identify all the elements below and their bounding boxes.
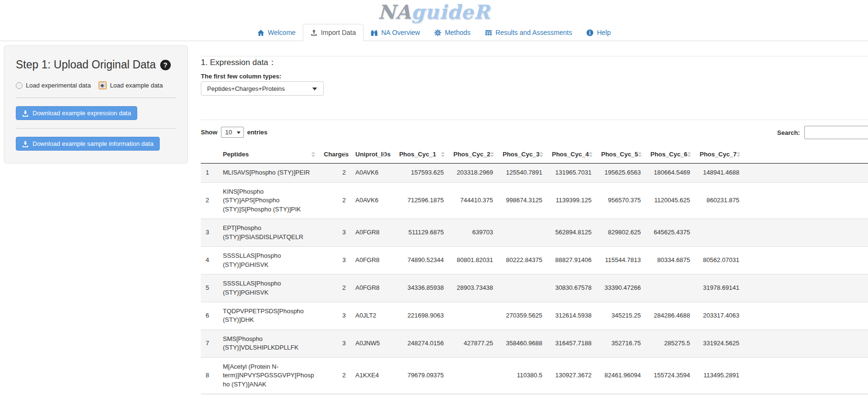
table-icon bbox=[485, 29, 492, 36]
tab-label: Welcome bbox=[268, 29, 296, 36]
sort-icon bbox=[589, 152, 593, 157]
column-header-phos-cyc-4[interactable]: Phos_Cyc_4 bbox=[547, 146, 596, 164]
gears-icon bbox=[434, 29, 441, 36]
phos-value-cell: 148941.4688 bbox=[695, 164, 744, 182]
radio-load-example[interactable]: Load example data bbox=[99, 81, 163, 89]
row-number-cell: 6 bbox=[201, 302, 218, 329]
tab-welcome[interactable]: Welcome bbox=[250, 24, 303, 41]
download-icon bbox=[22, 141, 29, 147]
chevron-down-icon bbox=[237, 132, 241, 134]
table-row: 5SSSSLLAS[Phospho (STY)]PGHISVK2A0FGR834… bbox=[201, 274, 868, 302]
column-types-selected-value: Peptides+Charges+Proteins bbox=[207, 85, 285, 92]
phos-value-cell: 352716.75 bbox=[596, 329, 646, 357]
download-sample-info-button[interactable]: Download example sample information data bbox=[16, 137, 160, 151]
phos-value-cell: 31978.69141 bbox=[695, 274, 744, 302]
charges-cell: 2 bbox=[319, 164, 351, 182]
phos-value-cell: 80222.84375 bbox=[498, 247, 547, 274]
phos-value-cell: 270359.5625 bbox=[498, 302, 547, 329]
phos-value-cell: 248274.0156 bbox=[390, 329, 449, 357]
tab-label: Results and Assessments bbox=[495, 29, 572, 36]
phos-value-cell: 203317.4063 bbox=[695, 302, 744, 329]
divider bbox=[201, 120, 868, 120]
phos-value-cell: 195625.6563 bbox=[596, 164, 646, 182]
phos-value-cell: 645625.4375 bbox=[646, 219, 695, 247]
tab-help[interactable]: Help bbox=[579, 24, 618, 41]
charges-cell: 2 bbox=[319, 357, 351, 394]
sort-icon bbox=[638, 152, 642, 157]
app-logo: NAguideR bbox=[0, 0, 868, 24]
table-header-row: Peptides Charges Uniprot_IDs Phos_Cyc_1 … bbox=[201, 146, 868, 164]
row-number-cell: 1 bbox=[201, 164, 218, 182]
nav-tabs-bar: Welcome Import Data NA Overview Methods … bbox=[0, 24, 868, 41]
phos-value-cell: 80801.82031 bbox=[449, 247, 498, 274]
data-source-radios: Load experimental data Load example data bbox=[16, 81, 176, 89]
phos-value-cell: 110380.5 bbox=[498, 357, 547, 394]
peptide-cell: SSSSLLAS[Phospho (STY)]PGHISVK bbox=[218, 247, 319, 274]
button-label: Download example expression data bbox=[33, 110, 131, 117]
row-number-cell: 7 bbox=[201, 329, 218, 357]
download-expression-button[interactable]: Download example expression data bbox=[16, 106, 137, 120]
phos-value-cell: 860231.875 bbox=[695, 182, 744, 219]
column-header-phos-cyc-7[interactable]: Phos_Cyc_7 bbox=[695, 146, 744, 164]
logo-guider: guideR bbox=[411, 0, 490, 23]
uniprot-cell: A0FGR8 bbox=[351, 219, 390, 247]
peptide-cell: EPT[Phospho (STY)]PSIASDISLPIATQELR bbox=[218, 219, 319, 247]
uniprot-cell: A0FGR8 bbox=[351, 274, 390, 302]
page-length-value: 10 bbox=[225, 129, 232, 136]
tab-methods[interactable]: Methods bbox=[427, 24, 478, 41]
phos-value-cell: 427877.25 bbox=[449, 329, 498, 357]
naguider-app: NAguideR Welcome Import Data NA Overview… bbox=[0, 0, 868, 395]
column-header-uniprot-ids[interactable]: Uniprot_IDs bbox=[351, 146, 390, 164]
phos-value-cell: 221698.9063 bbox=[390, 302, 449, 329]
column-header-phos-cyc-6[interactable]: Phos_Cyc_6 bbox=[646, 146, 695, 164]
phos-value-cell: 345215.25 bbox=[596, 302, 646, 329]
peptide-cell: SMS[Phospho (STY)]VDLSHIPLKDPLLFK bbox=[218, 329, 319, 357]
phos-value-cell: 125540.7891 bbox=[498, 164, 547, 182]
charges-cell: 3 bbox=[319, 302, 351, 329]
row-number-cell: 2 bbox=[201, 182, 218, 219]
peptide-cell: TQDPVPPETPSDS[Phospho (STY)]DHK bbox=[218, 302, 319, 329]
phos-value-cell: 712596.1875 bbox=[390, 182, 449, 219]
table-row: 1MLISAVS[Phospho (STY)]PEIR2A0AVK6157593… bbox=[201, 164, 868, 182]
entries-label: entries bbox=[247, 129, 268, 136]
tab-import-data[interactable]: Import Data bbox=[303, 24, 363, 41]
phos-value-cell: 744410.375 bbox=[449, 182, 498, 219]
table-row: 2KINS[Phospho (STY)]APS[Phospho (STY)]S[… bbox=[201, 182, 868, 219]
search-label: Search: bbox=[777, 129, 800, 136]
sort-icon bbox=[343, 152, 347, 157]
phos-value-cell: 155724.3594 bbox=[646, 357, 695, 394]
column-types-select[interactable]: Peptides+Charges+Proteins bbox=[201, 81, 324, 96]
sort-icon bbox=[490, 152, 494, 157]
column-header-phos-cyc-5[interactable]: Phos_Cyc_5 bbox=[596, 146, 646, 164]
divider bbox=[16, 98, 176, 98]
radio-label: Load experimental data bbox=[26, 82, 91, 89]
column-header-phos-cyc-3[interactable]: Phos_Cyc_3 bbox=[498, 146, 547, 164]
phos-value-cell: 956570.375 bbox=[596, 182, 646, 219]
phos-value-cell: 80562.07031 bbox=[695, 247, 744, 274]
charges-cell: 3 bbox=[319, 219, 351, 247]
phos-value-cell: 998674.3125 bbox=[498, 182, 547, 219]
search-input[interactable] bbox=[804, 126, 868, 139]
column-header-phos-cyc-2[interactable]: Phos_Cyc_2 bbox=[449, 146, 498, 164]
column-header-peptides[interactable]: Peptides bbox=[218, 146, 319, 164]
column-header-phos-cyc-1[interactable]: Phos_Cyc_1 bbox=[390, 146, 449, 164]
spacer-cell bbox=[744, 247, 868, 274]
column-header-charges[interactable]: Charges bbox=[319, 146, 351, 164]
page-length-select[interactable]: 10 bbox=[221, 127, 244, 138]
tab-label: Help bbox=[597, 29, 611, 36]
expression-data-table: Peptides Charges Uniprot_IDs Phos_Cyc_1 … bbox=[201, 146, 868, 395]
tab-results-assessments[interactable]: Results and Assessments bbox=[478, 24, 579, 41]
uniprot-cell: A0AVK6 bbox=[351, 182, 390, 219]
phos-value-cell: 113495.2891 bbox=[695, 357, 744, 394]
tab-na-overview[interactable]: NA Overview bbox=[363, 24, 427, 41]
uniprot-cell: A0AVK6 bbox=[351, 164, 390, 182]
spacer-cell bbox=[744, 357, 868, 394]
radio-load-experimental[interactable]: Load experimental data bbox=[16, 82, 91, 89]
question-icon[interactable]: ? bbox=[160, 60, 171, 70]
expression-data-heading: 1. Expression data： bbox=[201, 57, 276, 68]
phos-value-cell: 115544.7813 bbox=[596, 247, 646, 274]
phos-value-cell bbox=[449, 302, 498, 329]
phos-value-cell: 331924.5625 bbox=[695, 329, 744, 357]
phos-value-cell: 33390.47266 bbox=[596, 274, 646, 302]
phos-value-cell: 180664.5469 bbox=[646, 164, 695, 182]
